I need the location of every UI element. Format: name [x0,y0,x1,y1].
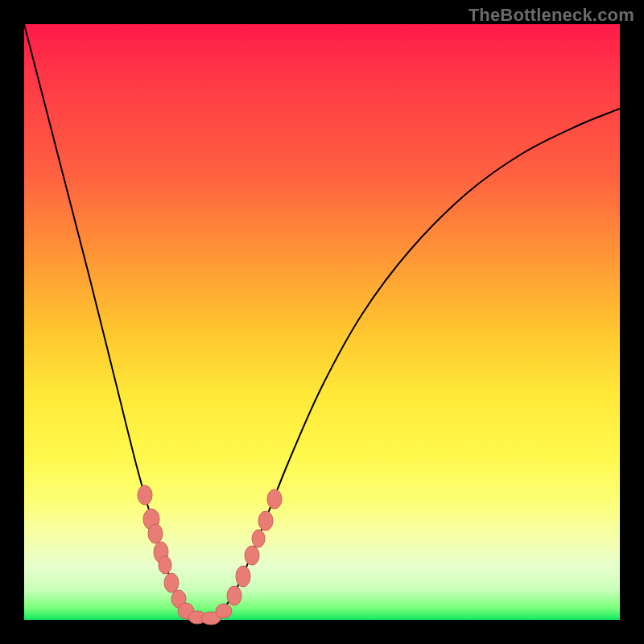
curve-marker [216,604,232,618]
curve-marker [245,546,259,565]
chart-frame: TheBottleneck.com [0,0,644,644]
curve-marker [252,530,265,547]
watermark-text: TheBottleneck.com [469,5,634,26]
curve-marker [138,485,152,505]
curve-markers [138,485,282,625]
curve-marker [159,556,171,574]
curve-marker [164,573,179,592]
curve-path [24,24,620,620]
curve-marker [258,511,273,530]
curve-marker [236,566,250,587]
bottleneck-curve [24,24,620,620]
curve-marker [227,586,242,605]
curve-marker [267,489,282,509]
plot-area [24,24,620,620]
curve-marker [148,524,163,543]
